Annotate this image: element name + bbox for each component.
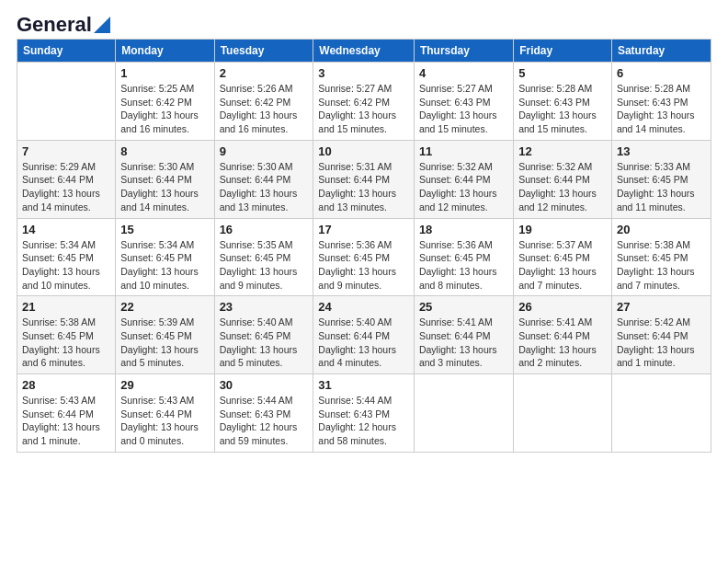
day-number: 18 [419, 223, 508, 236]
col-header-friday: Friday [514, 40, 612, 63]
cell-info-text: Sunrise: 5:36 AMSunset: 6:45 PMDaylight:… [419, 238, 508, 293]
cell-w3-d6: 19Sunrise: 5:37 AMSunset: 6:45 PMDayligh… [514, 218, 612, 296]
cell-w2-d7: 13Sunrise: 5:33 AMSunset: 6:45 PMDayligh… [611, 140, 711, 218]
cell-w2-d2: 8Sunrise: 5:30 AMSunset: 6:44 PMDaylight… [116, 140, 214, 218]
logo-triangle-icon [94, 17, 110, 33]
day-number: 29 [120, 378, 209, 392]
week-row-1: 1Sunrise: 5:25 AMSunset: 6:42 PMDaylight… [17, 63, 711, 141]
cell-info-text: Sunrise: 5:32 AMSunset: 6:44 PMDaylight:… [518, 160, 607, 214]
cell-w4-d1: 21Sunrise: 5:38 AMSunset: 6:45 PMDayligh… [17, 296, 116, 374]
week-row-5: 28Sunrise: 5:43 AMSunset: 6:44 PMDayligh… [17, 374, 711, 453]
day-number: 31 [318, 378, 409, 392]
day-number: 5 [518, 66, 607, 80]
cell-w4-d2: 22Sunrise: 5:39 AMSunset: 6:45 PMDayligh… [116, 296, 214, 374]
cell-w1-d3: 2Sunrise: 5:26 AMSunset: 6:42 PMDaylight… [214, 63, 313, 141]
cell-w1-d2: 1Sunrise: 5:25 AMSunset: 6:42 PMDaylight… [116, 63, 214, 141]
day-number: 15 [120, 223, 209, 236]
cell-info-text: Sunrise: 5:26 AMSunset: 6:42 PMDaylight:… [220, 82, 309, 136]
cell-info-text: Sunrise: 5:27 AMSunset: 6:43 PMDaylight:… [419, 82, 508, 136]
day-number: 8 [120, 144, 209, 158]
col-header-thursday: Thursday [414, 40, 513, 63]
day-number: 3 [318, 66, 409, 80]
cell-info-text: Sunrise: 5:41 AMSunset: 6:44 PMDaylight:… [518, 316, 607, 370]
cell-w5-d2: 29Sunrise: 5:43 AMSunset: 6:44 PMDayligh… [116, 374, 214, 453]
cell-w3-d7: 20Sunrise: 5:38 AMSunset: 6:45 PMDayligh… [611, 218, 711, 296]
cell-info-text: Sunrise: 5:37 AMSunset: 6:45 PMDaylight:… [518, 238, 607, 293]
cell-info-text: Sunrise: 5:40 AMSunset: 6:44 PMDaylight:… [318, 316, 409, 370]
logo: General [17, 9, 110, 33]
day-number: 20 [617, 223, 706, 236]
cell-info-text: Sunrise: 5:40 AMSunset: 6:45 PMDaylight:… [220, 316, 309, 370]
day-number: 6 [617, 66, 706, 80]
col-header-monday: Monday [116, 40, 214, 63]
cell-info-text: Sunrise: 5:38 AMSunset: 6:45 PMDaylight:… [22, 316, 110, 370]
day-number: 17 [318, 223, 409, 236]
day-number: 16 [220, 223, 309, 236]
cell-w2-d4: 10Sunrise: 5:31 AMSunset: 6:44 PMDayligh… [313, 140, 415, 218]
cell-info-text: Sunrise: 5:29 AMSunset: 6:44 PMDaylight:… [22, 160, 110, 214]
cell-w3-d4: 17Sunrise: 5:36 AMSunset: 6:45 PMDayligh… [313, 218, 415, 296]
calendar-table: SundayMondayTuesdayWednesdayThursdayFrid… [17, 39, 711, 453]
cell-w5-d5 [414, 374, 513, 453]
cell-info-text: Sunrise: 5:42 AMSunset: 6:44 PMDaylight:… [617, 316, 706, 370]
day-number: 30 [220, 378, 309, 392]
day-number: 11 [419, 144, 508, 158]
cell-info-text: Sunrise: 5:30 AMSunset: 6:44 PMDaylight:… [220, 160, 309, 214]
day-number: 10 [318, 144, 409, 158]
cell-w3-d2: 15Sunrise: 5:34 AMSunset: 6:45 PMDayligh… [116, 218, 214, 296]
day-number: 21 [22, 300, 110, 314]
week-row-3: 14Sunrise: 5:34 AMSunset: 6:45 PMDayligh… [17, 218, 711, 296]
cell-w3-d5: 18Sunrise: 5:36 AMSunset: 6:45 PMDayligh… [414, 218, 513, 296]
cell-info-text: Sunrise: 5:33 AMSunset: 6:45 PMDaylight:… [617, 160, 706, 214]
day-number: 25 [419, 300, 508, 314]
cell-info-text: Sunrise: 5:39 AMSunset: 6:45 PMDaylight:… [120, 316, 209, 370]
cell-info-text: Sunrise: 5:43 AMSunset: 6:44 PMDaylight:… [120, 394, 209, 448]
day-number: 13 [617, 144, 706, 158]
cell-info-text: Sunrise: 5:36 AMSunset: 6:45 PMDaylight:… [318, 238, 409, 293]
day-number: 28 [22, 378, 110, 392]
cell-w4-d7: 27Sunrise: 5:42 AMSunset: 6:44 PMDayligh… [611, 296, 711, 374]
page: General SundayMondayTuesdayWednesdayThur… [0, 0, 728, 563]
cell-info-text: Sunrise: 5:34 AMSunset: 6:45 PMDaylight:… [120, 238, 209, 293]
cell-info-text: Sunrise: 5:34 AMSunset: 6:45 PMDaylight:… [22, 238, 110, 293]
cell-info-text: Sunrise: 5:30 AMSunset: 6:44 PMDaylight:… [120, 160, 209, 214]
svg-marker-0 [94, 17, 110, 33]
cell-info-text: Sunrise: 5:32 AMSunset: 6:44 PMDaylight:… [419, 160, 508, 214]
day-number: 26 [518, 300, 607, 314]
cell-w1-d4: 3Sunrise: 5:27 AMSunset: 6:42 PMDaylight… [313, 63, 415, 141]
cell-w1-d5: 4Sunrise: 5:27 AMSunset: 6:43 PMDaylight… [414, 63, 513, 141]
col-header-saturday: Saturday [611, 40, 711, 63]
day-number: 2 [220, 66, 309, 80]
cell-info-text: Sunrise: 5:41 AMSunset: 6:44 PMDaylight:… [419, 316, 508, 370]
cell-w5-d4: 31Sunrise: 5:44 AMSunset: 6:43 PMDayligh… [313, 374, 415, 453]
cell-info-text: Sunrise: 5:31 AMSunset: 6:44 PMDaylight:… [318, 160, 409, 214]
cell-info-text: Sunrise: 5:28 AMSunset: 6:43 PMDaylight:… [518, 82, 607, 136]
day-number: 1 [120, 66, 209, 80]
header: General [17, 9, 711, 33]
cell-info-text: Sunrise: 5:43 AMSunset: 6:44 PMDaylight:… [22, 394, 110, 448]
logo-general: General [17, 13, 92, 37]
cell-w5-d6 [514, 374, 612, 453]
day-number: 14 [22, 223, 110, 236]
cell-w5-d1: 28Sunrise: 5:43 AMSunset: 6:44 PMDayligh… [17, 374, 116, 453]
cell-info-text: Sunrise: 5:44 AMSunset: 6:43 PMDaylight:… [220, 394, 309, 448]
week-row-4: 21Sunrise: 5:38 AMSunset: 6:45 PMDayligh… [17, 296, 711, 374]
cell-w2-d5: 11Sunrise: 5:32 AMSunset: 6:44 PMDayligh… [414, 140, 513, 218]
cell-w4-d6: 26Sunrise: 5:41 AMSunset: 6:44 PMDayligh… [514, 296, 612, 374]
cell-w4-d4: 24Sunrise: 5:40 AMSunset: 6:44 PMDayligh… [313, 296, 415, 374]
cell-w1-d7: 6Sunrise: 5:28 AMSunset: 6:43 PMDaylight… [611, 63, 711, 141]
day-number: 23 [220, 300, 309, 314]
cell-info-text: Sunrise: 5:38 AMSunset: 6:45 PMDaylight:… [617, 238, 706, 293]
cell-w2-d1: 7Sunrise: 5:29 AMSunset: 6:44 PMDaylight… [17, 140, 116, 218]
calendar-header-row: SundayMondayTuesdayWednesdayThursdayFrid… [17, 40, 711, 63]
cell-w3-d1: 14Sunrise: 5:34 AMSunset: 6:45 PMDayligh… [17, 218, 116, 296]
cell-w4-d3: 23Sunrise: 5:40 AMSunset: 6:45 PMDayligh… [214, 296, 313, 374]
cell-w3-d3: 16Sunrise: 5:35 AMSunset: 6:45 PMDayligh… [214, 218, 313, 296]
day-number: 7 [22, 144, 110, 158]
day-number: 27 [617, 300, 706, 314]
col-header-wednesday: Wednesday [313, 40, 415, 63]
day-number: 12 [518, 144, 607, 158]
cell-w5-d3: 30Sunrise: 5:44 AMSunset: 6:43 PMDayligh… [214, 374, 313, 453]
day-number: 9 [220, 144, 309, 158]
col-header-tuesday: Tuesday [214, 40, 313, 63]
